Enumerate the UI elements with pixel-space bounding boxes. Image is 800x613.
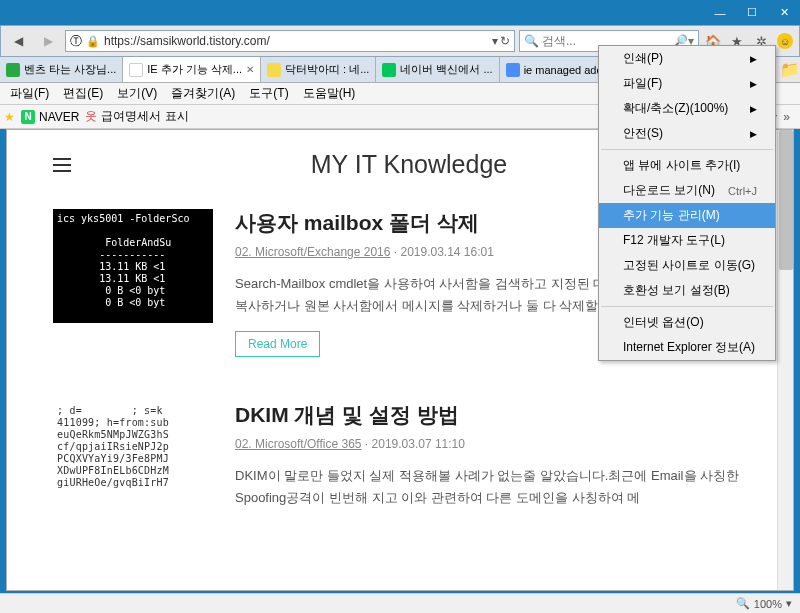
- zoom-icon[interactable]: 🔍: [736, 597, 750, 610]
- lock-icon: 🔒: [86, 35, 100, 48]
- ctx-item-13[interactable]: Internet Explorer 정보(A): [599, 335, 775, 360]
- ctx-item-5[interactable]: 앱 뷰에 사이트 추가(I): [599, 153, 775, 178]
- tab-0[interactable]: 벤츠 타는 사장님...: [0, 57, 123, 82]
- favicon-icon: Ⓣ: [70, 33, 82, 50]
- window-maximize-button[interactable]: ☐: [736, 0, 768, 25]
- ctx-item-9[interactable]: 고정된 사이트로 이동(G): [599, 253, 775, 278]
- ctx-item-1[interactable]: 파일(F)▶: [599, 71, 775, 96]
- post-thumb-1[interactable]: ; d= ; s=k 411099; h=from:sub euQeRkm5NM…: [53, 401, 213, 515]
- post-meta-1: 02. Microsoft/Office 365 · 2019.03.07 11…: [235, 437, 747, 451]
- tab-1[interactable]: IE 추가 기능 삭제...✕: [123, 57, 261, 82]
- read-more-0[interactable]: Read More: [235, 331, 320, 357]
- post-thumb-0[interactable]: ics yks5001 -FolderSco FolderAndSu -----…: [53, 209, 213, 323]
- menu-tools[interactable]: 도구(T): [243, 83, 294, 104]
- refresh-icon[interactable]: ↻: [500, 34, 510, 48]
- post-date-1: 2019.03.07 11:10: [372, 437, 465, 451]
- menu-view[interactable]: 보기(V): [111, 83, 163, 104]
- post-excerpt-1: DKIM이 말로만 들었지 실제 적용해볼 사례가 없는줄 알았습니다.최근에 …: [235, 465, 747, 509]
- url-text: https://samsikworld.tistory.com/: [104, 34, 488, 48]
- vertical-scrollbar[interactable]: [777, 130, 793, 590]
- back-button[interactable]: ◀: [5, 29, 31, 53]
- ctx-item-6[interactable]: 다운로드 보기(N)Ctrl+J: [599, 178, 775, 203]
- ctx-item-12[interactable]: 인터넷 옵션(O): [599, 310, 775, 335]
- zoom-level[interactable]: 100%: [754, 598, 782, 610]
- scroll-thumb[interactable]: [779, 130, 793, 270]
- dropdown-icon[interactable]: ▾: [492, 34, 498, 48]
- post-cat-0[interactable]: 02. Microsoft/Exchange 2016: [235, 245, 390, 259]
- url-field[interactable]: Ⓣ 🔒 https://samsikworld.tistory.com/ ▾ ↻: [65, 30, 515, 52]
- search-placeholder: 검색...: [542, 33, 576, 50]
- ctx-item-2[interactable]: 확대/축소(Z)(100%)▶: [599, 96, 775, 121]
- hamburger-menu-icon[interactable]: [53, 158, 71, 172]
- menu-file[interactable]: 파일(F): [4, 83, 55, 104]
- tab-2[interactable]: 닥터박아띠 : 네...: [261, 57, 376, 82]
- ctx-item-7[interactable]: 추가 기능 관리(M): [599, 203, 775, 228]
- post-1: ; d= ; s=k 411099; h=from:sub euQeRkm5NM…: [53, 401, 747, 523]
- ctx-item-8[interactable]: F12 개발자 도구(L): [599, 228, 775, 253]
- fav-naver[interactable]: NNAVER: [21, 110, 79, 124]
- tools-context-menu: 인쇄(P)▶파일(F)▶확대/축소(Z)(100%)▶안전(S)▶앱 뷰에 사이…: [598, 45, 776, 361]
- ctx-item-3[interactable]: 안전(S)▶: [599, 121, 775, 146]
- tab-3[interactable]: 네이버 백신에서 ...: [376, 57, 499, 82]
- tab-close-icon[interactable]: ✕: [246, 64, 254, 75]
- post-cat-1[interactable]: 02. Microsoft/Office 365: [235, 437, 362, 451]
- fav-gov[interactable]: 옷급여명세서 표시: [85, 108, 188, 125]
- window-titlebar: — ☐ ✕: [0, 0, 800, 25]
- folder-icon[interactable]: 📁: [780, 57, 800, 82]
- window-close-button[interactable]: ✕: [768, 0, 800, 25]
- forward-button[interactable]: ▶: [35, 29, 61, 53]
- post-title-1[interactable]: DKIM 개념 및 설정 방법: [235, 401, 747, 429]
- ctx-item-0[interactable]: 인쇄(P)▶: [599, 46, 775, 71]
- search-icon: 🔍: [524, 34, 539, 48]
- more-icon[interactable]: »: [783, 110, 790, 124]
- status-bar: 🔍 100% ▾: [0, 593, 800, 613]
- feedback-smiley-icon[interactable]: ☺: [775, 31, 795, 51]
- menu-help[interactable]: 도움말(H): [297, 83, 362, 104]
- ctx-item-10[interactable]: 호환성 보기 설정(B): [599, 278, 775, 303]
- window-minimize-button[interactable]: —: [704, 0, 736, 25]
- add-favorite-icon[interactable]: ★: [4, 110, 15, 124]
- zoom-dropdown-icon[interactable]: ▾: [786, 597, 792, 610]
- post-date-0: 2019.03.14 16:01: [400, 245, 493, 259]
- menu-favorites[interactable]: 즐겨찾기(A): [165, 83, 241, 104]
- menu-edit[interactable]: 편집(E): [57, 83, 109, 104]
